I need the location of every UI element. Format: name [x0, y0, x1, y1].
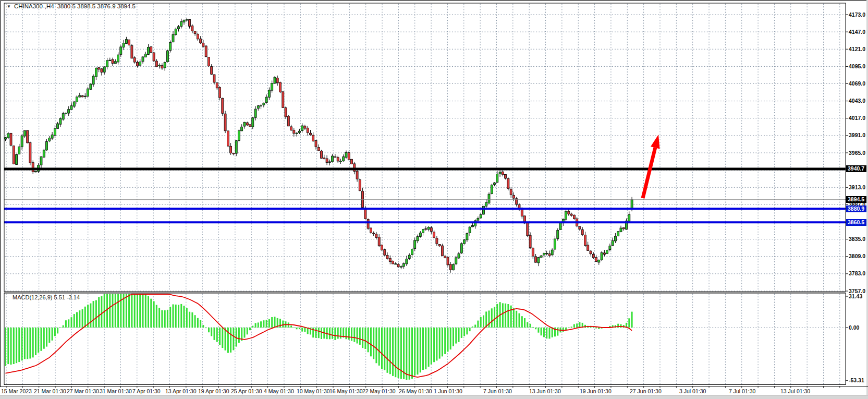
- price-tick-label: 4043.0: [849, 98, 865, 104]
- macd-tick-label: 0.00: [849, 324, 859, 331]
- price-tick-label: 4095.0: [849, 63, 865, 70]
- time-axis-label: 10 May 01:30: [297, 388, 330, 394]
- indicator-label: MACD(12,26,9) 5.51 -3.14: [13, 294, 80, 300]
- time-axis-label: 13 Apr 01:30: [165, 388, 197, 394]
- time-axis-label: 7 Jun 01:30: [483, 388, 512, 394]
- ohlc-readout: 3880.5 3898.5 3876.9 3894.5: [57, 3, 136, 9]
- macd-tick-label: 31.43: [849, 293, 862, 300]
- time-axis-label: 13 Jun 01:30: [529, 388, 561, 394]
- symbol-timeframe-label: CHINA300-,H4: [14, 3, 54, 9]
- time-axis-label: 27 Mar 01:30: [67, 388, 99, 394]
- grid: [5, 4, 845, 388]
- macd-tick-label: -53.31: [849, 377, 864, 384]
- symbol-marker-icon: ▼: [7, 4, 11, 8]
- time-axis-label: 21 Mar 01:30: [34, 388, 66, 394]
- price-tick-label: 3783.0: [849, 270, 865, 277]
- price-badge-3860.5: 3860.5: [846, 219, 866, 226]
- candlesticks: [5, 18, 633, 273]
- time-axis-label: 26 May 01:30: [399, 388, 432, 394]
- price-tick-label: 4069.0: [849, 80, 865, 87]
- chart-window: ▼ CHINA300-,H4 3880.5 3898.5 3876.9 3894…: [0, 0, 868, 399]
- price-tick-label: 3913.0: [849, 184, 865, 191]
- time-axis-label: 13 Jul 01:30: [780, 388, 810, 394]
- price-badge-3880.9: 3880.9: [846, 205, 866, 212]
- price-badge-3940.7: 3940.7: [846, 165, 866, 172]
- price-badge-3894.5: 3894.5: [846, 196, 866, 203]
- time-axis-label: 1 Jun 01:30: [434, 388, 462, 394]
- price-tick-label: 3965.0: [849, 150, 865, 156]
- price-tick-label: 3991.0: [849, 132, 865, 139]
- price-tick-label: 3835.0: [849, 236, 865, 243]
- price-tick-label: 4147.0: [849, 29, 865, 35]
- price-tick-label: 4017.0: [849, 115, 865, 122]
- up-arrow-annotation[interactable]: [643, 148, 655, 198]
- time-axis-label: 19 Jun 01:30: [580, 388, 612, 394]
- time-axis-label: 3 Jul 01:30: [679, 388, 706, 394]
- chart-canvas[interactable]: [0, 0, 868, 399]
- price-tick-label: 4173.0: [849, 11, 865, 18]
- chart-title: ▼ CHINA300-,H4 3880.5 3898.5 3876.9 3894…: [7, 3, 136, 9]
- time-axis-label: 27 Jun 01:30: [630, 388, 662, 394]
- time-axis-label: 22 May 01:30: [362, 388, 396, 394]
- indicator-name: MACD(12,26,9): [13, 294, 52, 300]
- price-tick-label: 4121.0: [849, 46, 865, 53]
- main-panel-border: [4, 3, 846, 292]
- time-axis-label: 7 Jul 01:30: [729, 388, 755, 394]
- time-axis-label: 19 Apr 01:30: [198, 388, 229, 394]
- macd-panel-border: [4, 293, 846, 385]
- macd-histogram: [5, 294, 633, 380]
- time-axis-label: 25 Apr 01:30: [231, 388, 262, 394]
- up-arrow-head: [651, 135, 659, 149]
- time-axis-label: 16 May 01:30: [329, 388, 363, 394]
- time-axis-label: 31 Mar 01:30: [100, 388, 132, 394]
- price-tick-label: 3809.0: [849, 253, 865, 260]
- time-axis-label: 15 Mar 2023: [1, 388, 32, 394]
- indicator-values: 5.51 -3.14: [54, 294, 80, 300]
- time-axis-label: 7 Apr 01:30: [132, 388, 161, 394]
- time-axis-label: 4 May 01:30: [264, 388, 294, 394]
